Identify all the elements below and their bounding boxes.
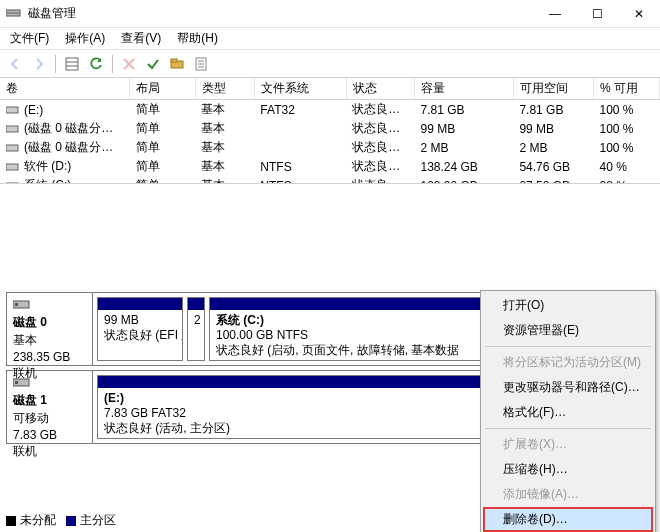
disk-icon [13, 375, 31, 389]
maximize-button[interactable]: ☐ [576, 0, 618, 27]
volume-icon [6, 162, 20, 172]
ctx-change-letter[interactable]: 更改驱动器号和路径(C)… [483, 375, 653, 400]
menu-help[interactable]: 帮助(H) [169, 28, 226, 49]
col-type[interactable]: 类型 [195, 78, 254, 100]
app-icon [6, 7, 22, 21]
properties-icon[interactable] [190, 53, 212, 75]
col-percent[interactable]: % 可用 [593, 78, 659, 100]
svg-rect-13 [6, 107, 18, 113]
ctx-format[interactable]: 格式化(F)… [483, 400, 653, 425]
menu-view[interactable]: 查看(V) [113, 28, 169, 49]
refresh-icon[interactable] [85, 53, 107, 75]
toolbar [0, 50, 660, 78]
volume-icon [6, 124, 20, 134]
disk-icon [13, 297, 31, 311]
volume-icon [6, 143, 20, 153]
close-button[interactable]: ✕ [618, 0, 660, 27]
volume-table: 卷 布局 类型 文件系统 状态 容量 可用空间 % 可用 (E:) 简单基本FA… [0, 78, 660, 184]
partition-efi[interactable]: 99 MB状态良好 (EFI 系 [97, 297, 183, 361]
col-volume[interactable]: 卷 [0, 78, 130, 100]
svg-rect-2 [66, 58, 78, 70]
ctx-delete-volume[interactable]: 删除卷(D)… [483, 507, 653, 532]
menu-bar: 文件(F) 操作(A) 查看(V) 帮助(H) [0, 28, 660, 50]
legend-swatch-unallocated [6, 516, 16, 526]
window-title: 磁盘管理 [28, 5, 534, 22]
col-status[interactable]: 状态 [346, 78, 414, 100]
legend: 未分配 主分区 [6, 512, 116, 529]
apply-icon[interactable] [142, 53, 164, 75]
table-row[interactable]: (E:) 简单基本FAT32状态良好 (…7.81 GB7.81 GB100 % [0, 100, 660, 120]
partition-small[interactable]: 2 [187, 297, 205, 361]
minimize-button[interactable]: — [534, 0, 576, 27]
scan-icon[interactable] [166, 53, 188, 75]
table-row[interactable]: 软件 (D:) 简单基本NTFS状态良好 (…138.24 GB54.76 GB… [0, 157, 660, 176]
ctx-shrink[interactable]: 压缩卷(H)… [483, 457, 653, 482]
table-row[interactable]: (磁盘 0 磁盘分区 3) 简单基本状态良好 (…2 MB2 MB100 % [0, 138, 660, 157]
table-row[interactable]: 系统 (C:) 简单基本NTFS状态良好 (…100.00 GB27.52 GB… [0, 176, 660, 184]
back-icon[interactable] [4, 53, 26, 75]
svg-rect-8 [171, 59, 177, 62]
ctx-open[interactable]: 打开(O) [483, 293, 653, 318]
svg-rect-1 [6, 12, 20, 14]
cancel-icon[interactable] [118, 53, 140, 75]
svg-rect-21 [15, 381, 18, 384]
legend-swatch-primary [66, 516, 76, 526]
col-free[interactable]: 可用空间 [513, 78, 593, 100]
disk-label[interactable]: 磁盘 1 可移动 7.83 GB 联机 [7, 371, 93, 443]
ctx-explorer[interactable]: 资源管理器(E) [483, 318, 653, 343]
svg-rect-16 [6, 164, 18, 170]
svg-rect-14 [6, 126, 18, 132]
menu-file[interactable]: 文件(F) [2, 28, 57, 49]
col-capacity[interactable]: 容量 [414, 78, 513, 100]
forward-icon[interactable] [28, 53, 50, 75]
svg-rect-19 [15, 303, 18, 306]
table-row[interactable]: (磁盘 0 磁盘分区 1) 简单基本状态良好 (…99 MB99 MB100 % [0, 119, 660, 138]
context-menu: 打开(O) 资源管理器(E) 将分区标记为活动分区(M) 更改驱动器号和路径(C… [480, 290, 656, 532]
svg-rect-15 [6, 145, 18, 151]
disk-label[interactable]: 磁盘 0 基本 238.35 GB 联机 [7, 293, 93, 365]
ctx-add-mirror[interactable]: 添加镜像(A)… [483, 482, 653, 507]
ctx-mark-active[interactable]: 将分区标记为活动分区(M) [483, 350, 653, 375]
table-header: 卷 布局 类型 文件系统 状态 容量 可用空间 % 可用 [0, 78, 660, 100]
col-filesystem[interactable]: 文件系统 [254, 78, 346, 100]
title-bar: 磁盘管理 — ☐ ✕ [0, 0, 660, 28]
volume-icon [6, 105, 20, 115]
menu-action[interactable]: 操作(A) [57, 28, 113, 49]
ctx-extend[interactable]: 扩展卷(X)… [483, 432, 653, 457]
view-list-icon[interactable] [61, 53, 83, 75]
col-layout[interactable]: 布局 [130, 78, 196, 100]
